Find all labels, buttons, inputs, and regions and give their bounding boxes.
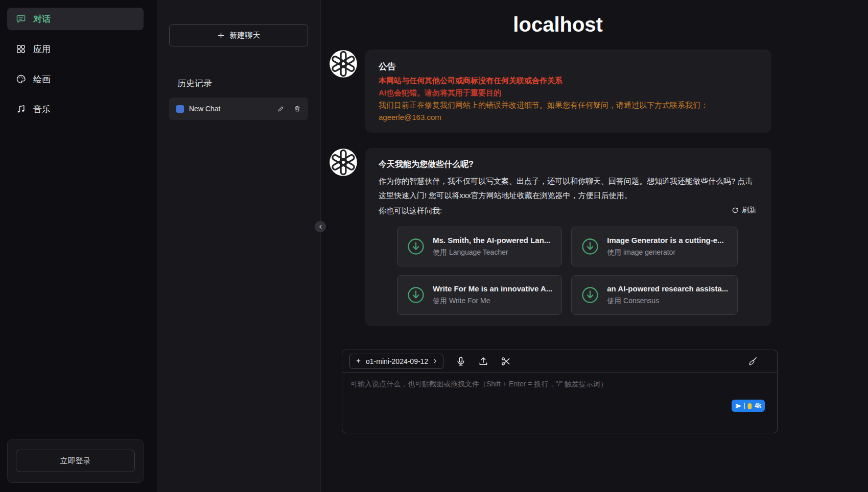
refresh-button[interactable]: 刷新 [732, 206, 756, 215]
message-intro: 今天我能为您做些什么呢? 作为你的智慧伙伴，我不仅可以写文案、出点子，还可以和你… [329, 148, 787, 326]
sidebar-item-label: 对话 [33, 13, 51, 25]
chat-item-icon [176, 105, 184, 113]
collapse-panel-button[interactable] [315, 221, 326, 232]
apps-grid-icon [16, 44, 26, 54]
announcement-line: 我们目前正在修复我们网站上的错误并改进细节。如果您有任何疑问，请通过以下方式联系… [379, 101, 758, 110]
model-label: o1-mini-2024-09-12 [366, 357, 428, 365]
openai-logo-icon [329, 148, 358, 177]
suggestion-title: Ms. Smith, the AI-powered Lan... [433, 236, 550, 244]
arrow-down-circle-icon [581, 286, 599, 304]
broom-icon [747, 356, 758, 366]
new-chat-button[interactable]: 新建聊天 [169, 24, 308, 46]
intro-body: 作为你的智慧伙伴，我不仅可以写文案、出点子，还可以和你聊天、回答问题。想知道我还… [379, 174, 758, 203]
intro-bubble: 今天我能为您做些什么呢? 作为你的智慧伙伴，我不仅可以写文案、出点子，还可以和你… [365, 148, 771, 326]
sparkle-icon [355, 358, 362, 364]
arrow-down-circle-icon [407, 286, 425, 304]
sidebar-item-apps[interactable]: 应用 [7, 38, 144, 60]
main-sidebar: 对话 应用 绘画 音乐 立即登录 [0, 0, 151, 492]
announcement-line: AI也会犯错。请勿将其用于重要目的 [379, 88, 758, 98]
announcement-line: 本网站与任何其他公司或商标没有任何关联或合作关系 [379, 76, 758, 86]
contact-email-link[interactable]: ageerle@163.com [379, 113, 441, 121]
card-texts: Ms. Smith, the AI-powered Lan... 使用 Lang… [433, 236, 550, 257]
refresh-label: 刷新 [742, 206, 756, 215]
chat-bubble-icon [16, 14, 26, 24]
chat-item-title: New Chat [189, 105, 268, 113]
assistant-avatar [329, 50, 358, 78]
sidebar-item-label: 应用 [33, 43, 51, 55]
suggestion-title: Write For Me is an innovative A... [433, 284, 552, 293]
login-box: 立即登录 [7, 439, 144, 483]
model-selector[interactable]: o1-mini-2024-09-12 [349, 354, 443, 369]
microphone-icon [456, 356, 466, 366]
send-button[interactable]: 4k [732, 400, 765, 412]
upload-icon [478, 356, 488, 366]
microphone-button[interactable] [456, 356, 466, 366]
suggestion-subtitle: 使用 Language Teacher [433, 248, 550, 257]
new-chat-label: 新建聊天 [230, 31, 261, 40]
card-texts: Image Generator is a cutting-e... 使用 ima… [607, 236, 723, 257]
paper-plane-icon [735, 403, 742, 409]
login-button[interactable]: 立即登录 [16, 450, 135, 472]
suggestion-title: Image Generator is a cutting-e... [607, 236, 723, 244]
sidebar-item-label: 音乐 [33, 104, 51, 115]
sidebar-item-label: 绘画 [33, 73, 51, 85]
message-announcement: 公告 本网站与任何其他公司或商标没有任何关联或合作关系 AI也会犯错。请勿将其用… [329, 50, 787, 133]
sidebar-item-chat[interactable]: 对话 [7, 8, 144, 30]
suggestion-card[interactable]: Image Generator is a cutting-e... 使用 ima… [571, 227, 738, 266]
assistant-avatar [329, 148, 358, 177]
suggestion-title: an AI-powered research assista... [607, 284, 728, 293]
ask-hint: 你也可以这样问我: [379, 204, 442, 218]
clear-context-button[interactable] [747, 356, 758, 366]
history-title: 历史记录 [177, 78, 308, 89]
suggestion-subtitle: 使用 image generator [607, 248, 723, 257]
edit-icon[interactable] [277, 105, 285, 112]
app-root: 对话 应用 绘画 音乐 立即登录 [0, 0, 868, 492]
hint-row: 你也可以这样问我: 刷新 [379, 204, 758, 218]
upload-button[interactable] [478, 356, 488, 366]
message-input[interactable] [342, 373, 777, 430]
delete-icon[interactable] [294, 105, 301, 112]
palette-icon [16, 74, 26, 84]
page-title: localhost [329, 13, 787, 36]
sidebar-item-drawing[interactable]: 绘画 [7, 68, 144, 90]
openai-logo-icon [329, 50, 358, 78]
token-count: 4k [755, 402, 761, 409]
chat-list-item[interactable]: New Chat [169, 97, 308, 120]
badge-divider [744, 403, 745, 409]
card-texts: Write For Me is an innovative A... 使用 Wr… [433, 284, 552, 306]
chevron-right-icon [432, 358, 438, 364]
chevron-left-icon [318, 224, 323, 230]
refresh-icon [732, 207, 739, 214]
scissors-button[interactable] [501, 356, 511, 366]
arrow-down-circle-icon [407, 237, 425, 256]
plus-icon [217, 32, 225, 39]
intro-heading: 今天我能为您做些什么呢? [379, 159, 758, 170]
chat-list-panel: 新建聊天 历史记录 New Chat [157, 0, 320, 492]
music-note-icon [16, 104, 26, 114]
chat-main: localhost [320, 0, 868, 492]
arrow-down-circle-icon [581, 237, 599, 256]
composer-toolbar: o1-mini-2024-09-12 [342, 350, 777, 373]
battery-icon [747, 402, 752, 409]
composer: o1-mini-2024-09-12 [342, 350, 778, 433]
suggestion-card[interactable]: Ms. Smith, the AI-powered Lan... 使用 Lang… [397, 227, 562, 266]
suggestion-card[interactable]: an AI-powered research assista... 使用 Con… [571, 275, 738, 315]
suggestion-card[interactable]: Write For Me is an innovative A... 使用 Wr… [397, 275, 562, 315]
suggestion-subtitle: 使用 Write For Me [433, 297, 552, 306]
suggestion-cards: Ms. Smith, the AI-powered Lan... 使用 Lang… [397, 227, 738, 315]
scissors-icon [501, 356, 511, 366]
announcement-heading: 公告 [379, 61, 758, 72]
sidebar-item-music[interactable]: 音乐 [7, 98, 144, 120]
panel-divider [157, 63, 320, 63]
suggestion-subtitle: 使用 Consensus [607, 297, 728, 306]
announcement-bubble: 公告 本网站与任何其他公司或商标没有任何关联或合作关系 AI也会犯错。请勿将其用… [365, 50, 771, 133]
card-texts: an AI-powered research assista... 使用 Con… [607, 284, 728, 306]
